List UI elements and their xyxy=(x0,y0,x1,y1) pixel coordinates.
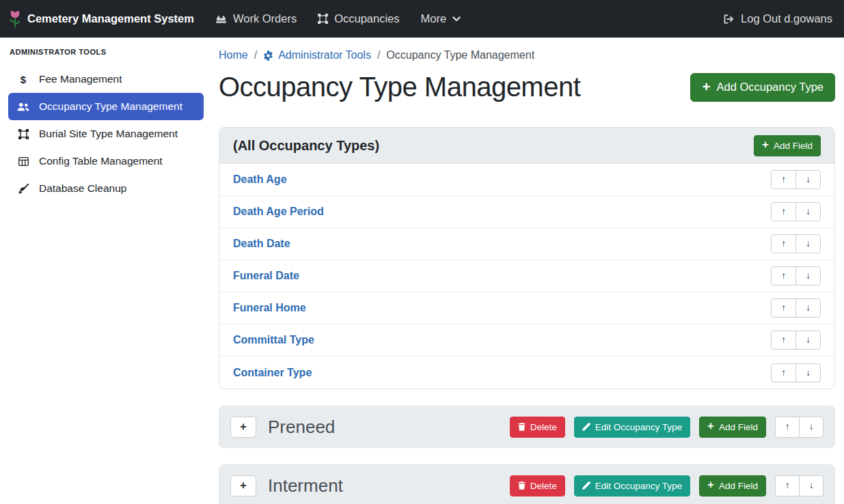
add-occupancy-type-label: Add Occupancy Type xyxy=(716,81,823,94)
arrow-up-icon: ↑ xyxy=(781,175,786,184)
logout-icon xyxy=(723,14,735,24)
breadcrumb-home-link[interactable]: Home xyxy=(219,49,248,61)
occupancy-type-panel-preneed: + Preneed Delete Edit Occupancy Type + A… xyxy=(219,406,835,448)
edit-occupancy-type-label: Edit Occupancy Type xyxy=(595,422,682,432)
move-up-button[interactable]: ↑ xyxy=(771,202,796,221)
move-down-button[interactable]: ↓ xyxy=(795,170,821,189)
move-up-button[interactable]: ↑ xyxy=(771,298,796,318)
breadcrumb-admin-link[interactable]: Administrator Tools xyxy=(263,49,371,61)
move-up-button[interactable]: ↑ xyxy=(775,417,800,438)
add-field-button[interactable]: + Add Field xyxy=(699,417,766,438)
field-link[interactable]: Death Age xyxy=(233,173,287,186)
table-icon xyxy=(16,157,30,166)
arrow-up-icon: ↑ xyxy=(781,335,786,345)
arrow-up-icon: ↑ xyxy=(781,368,786,378)
field-row: Container Type ↑ ↓ xyxy=(219,356,834,389)
arrow-down-icon: ↓ xyxy=(806,335,811,345)
plus-icon: + xyxy=(707,421,714,432)
field-link[interactable]: Funeral Date xyxy=(233,270,299,282)
reorder-button-group: ↑ ↓ xyxy=(771,202,821,221)
arrow-down-icon: ↓ xyxy=(809,481,814,490)
arrow-down-icon: ↓ xyxy=(806,271,811,281)
expand-button[interactable]: + xyxy=(230,417,256,438)
reorder-button-group: ↑ ↓ xyxy=(771,234,821,253)
broom-icon xyxy=(16,184,30,194)
field-row: Death Age ↑ ↓ xyxy=(219,164,834,196)
move-up-button[interactable]: ↑ xyxy=(775,475,800,496)
sidebar-item-fee-management[interactable]: $ Fee Management xyxy=(8,66,204,93)
field-link[interactable]: Container Type xyxy=(233,367,312,379)
nav-more[interactable]: More xyxy=(421,12,461,25)
sidebar-item-database-cleanup[interactable]: Database Cleanup xyxy=(8,175,204,202)
logout-label: Log Out d.gowans xyxy=(741,12,832,25)
move-down-button[interactable]: ↓ xyxy=(799,417,823,438)
field-row: Death Date ↑ ↓ xyxy=(219,228,834,260)
breadcrumb-current: Occupancy Type Management xyxy=(386,49,534,61)
sidebar-item-burial-site-type-management[interactable]: Burial Site Type Management xyxy=(8,120,204,148)
flower-icon xyxy=(9,10,21,28)
field-row: Death Age Period ↑ ↓ xyxy=(219,196,834,228)
reorder-button-group: ↑ ↓ xyxy=(771,363,821,382)
page-head: Occupancy Type Management + Add Occupanc… xyxy=(219,72,835,102)
arrow-down-icon: ↓ xyxy=(806,239,811,249)
sidebar-item-occupancy-type-management[interactable]: Occupancy Type Management xyxy=(8,93,204,120)
field-row: Committal Type ↑ ↓ xyxy=(219,324,834,356)
arrow-down-icon: ↓ xyxy=(806,303,811,313)
arrow-down-icon: ↓ xyxy=(806,368,811,378)
move-up-button[interactable]: ↑ xyxy=(771,363,796,382)
field-link[interactable]: Committal Type xyxy=(233,334,314,346)
sidebar-item-label: Config Table Management xyxy=(39,155,163,167)
move-down-button[interactable]: ↓ xyxy=(795,298,821,318)
pencil-icon xyxy=(582,423,590,431)
vector-square-icon xyxy=(16,129,30,139)
edit-occupancy-type-button[interactable]: Edit Occupancy Type xyxy=(574,417,690,438)
trash-icon xyxy=(518,481,526,490)
nav-work-orders[interactable]: Work Orders xyxy=(215,12,297,25)
logout-link[interactable]: Log Out d.gowans xyxy=(723,12,832,25)
arrow-up-icon: ↑ xyxy=(785,422,790,432)
breadcrumb-separator: / xyxy=(377,49,380,61)
delete-label: Delete xyxy=(530,422,557,432)
pencil-icon xyxy=(582,481,590,490)
reorder-button-group: ↑ ↓ xyxy=(771,298,821,318)
edit-occupancy-type-button[interactable]: Edit Occupancy Type xyxy=(574,475,690,496)
nav-occupancies[interactable]: Occupancies xyxy=(318,12,399,25)
expand-button[interactable]: + xyxy=(230,475,256,496)
field-link[interactable]: Funeral Home xyxy=(233,302,306,314)
arrow-down-icon: ↓ xyxy=(806,175,811,184)
add-field-button[interactable]: + Add Field xyxy=(699,475,766,496)
sidebar-item-config-table-management[interactable]: Config Table Management xyxy=(8,148,204,175)
brand[interactable]: Cemetery Management System xyxy=(9,10,194,28)
add-occupancy-type-button[interactable]: + Add Occupancy Type xyxy=(690,73,835,102)
delete-button[interactable]: Delete xyxy=(510,475,565,496)
plus-icon: + xyxy=(702,81,710,94)
move-down-button[interactable]: ↓ xyxy=(799,475,823,496)
arrow-up-icon: ↑ xyxy=(781,239,786,249)
move-up-button[interactable]: ↑ xyxy=(771,234,796,253)
move-up-button[interactable]: ↑ xyxy=(771,266,796,285)
sidebar: Administrator Tools $ Fee Management Occ… xyxy=(0,38,212,504)
sidebar-nav: $ Fee Management Occupancy Type Manageme… xyxy=(8,66,204,202)
move-up-button[interactable]: ↑ xyxy=(771,331,796,350)
field-row: Funeral Home ↑ ↓ xyxy=(219,292,834,324)
add-field-button[interactable]: + Add Field xyxy=(754,135,821,156)
panel-actions: Delete Edit Occupancy Type + Add Field ↑… xyxy=(510,475,823,496)
move-up-button[interactable]: ↑ xyxy=(771,170,796,189)
users-icon xyxy=(16,102,30,111)
delete-button[interactable]: Delete xyxy=(510,417,565,438)
sidebar-heading: Administrator Tools xyxy=(10,48,204,56)
dollar-icon: $ xyxy=(16,74,30,85)
move-down-button[interactable]: ↓ xyxy=(795,331,821,350)
move-down-button[interactable]: ↓ xyxy=(795,234,821,253)
arrow-up-icon: ↑ xyxy=(781,303,786,313)
field-link[interactable]: Death Date xyxy=(233,238,290,250)
reorder-button-group: ↑ ↓ xyxy=(771,266,821,285)
card-title: (All Occupancy Types) xyxy=(233,138,379,154)
arrow-up-icon: ↑ xyxy=(781,207,786,216)
move-down-button[interactable]: ↓ xyxy=(795,363,821,382)
field-link[interactable]: Death Age Period xyxy=(233,206,324,218)
hard-hat-icon xyxy=(215,14,227,24)
move-down-button[interactable]: ↓ xyxy=(795,202,821,221)
move-down-button[interactable]: ↓ xyxy=(795,266,821,285)
vector-square-icon xyxy=(318,14,328,24)
